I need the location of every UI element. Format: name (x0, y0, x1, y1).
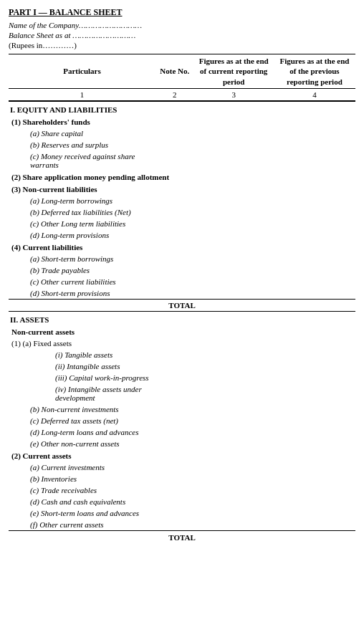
table-row: (b) Reserves and surplus (9, 139, 355, 150)
col-previous-header: Figures as at the end of the previous re… (274, 54, 355, 89)
table-row: (f) Other current assets (9, 519, 355, 531)
table-row: II. ASSETS (9, 311, 355, 325)
table-row: (a) Short-term borrowings (9, 253, 355, 264)
table-row: (b) Trade payables (9, 264, 355, 276)
rupees-label: (Rupees in…………) (9, 41, 355, 49)
table-row: (b) Deferred tax liabilities (Net) (9, 206, 355, 218)
table-row: (c) Deferred tax assets (net) (9, 415, 355, 426)
col-current-header: Figures as at the end of current reporti… (194, 54, 274, 89)
bottom-total-row: TOTAL (9, 530, 355, 543)
table-row: TOTAL (9, 299, 355, 311)
table-row: Non-current assets (9, 325, 355, 338)
balance-sheet-date: Balance Sheet as at ……………………… (9, 31, 355, 39)
table-row: (3) Non-current liabilities (9, 183, 355, 195)
table-row: (d) Long-term loans and advances (9, 426, 355, 438)
table-row: (1) Shareholders' funds (9, 115, 355, 128)
table-row: (iv) Intangible assets under development (9, 383, 355, 403)
col-num-2: 2 (155, 88, 194, 100)
col-particulars-header: Particulars (9, 54, 155, 89)
table-row: (a) Share capital (9, 128, 355, 139)
col-num-3: 3 (194, 88, 274, 100)
table-row: (c) Money received against share warrant… (9, 150, 355, 171)
col-noteno-header: Note No. (155, 54, 194, 89)
col-num-4: 4 (274, 88, 355, 100)
col-num-1: 1 (9, 88, 155, 100)
table-row: (e) Short-term loans and advances (9, 507, 355, 519)
table-row: (ii) Intangible assets (9, 360, 355, 372)
page-title: PART I — BALANCE SHEET (9, 7, 355, 18)
table-row: (e) Other non-current assets (9, 438, 355, 449)
table-row: (b) Non-current investments (9, 403, 355, 415)
table-row: (iii) Capital work-in-progress (9, 372, 355, 383)
table-row: (c) Trade receivables (9, 484, 355, 496)
table-row: (i) Tangible assets (9, 349, 355, 360)
table-row: (2) Share application money pending allo… (9, 171, 355, 183)
table-row: (d) Long-term provisions (9, 229, 355, 241)
table-row: (4) Current liabilities (9, 241, 355, 253)
table-row: (b) Inventories (9, 473, 355, 484)
table-row: (c) Other current liabilities (9, 276, 355, 287)
table-row: (a) Long-term borrowings (9, 195, 355, 206)
table-row: (d) Cash and cash equivalents (9, 496, 355, 507)
column-numbers-row: 1 2 3 4 (9, 88, 355, 100)
table-row: (1) (a) Fixed assets (9, 338, 355, 349)
table-row: (2) Current assets (9, 449, 355, 461)
table-row: (c) Other Long term liabilities (9, 218, 355, 229)
company-name: Name of the Company……………………… (9, 21, 355, 29)
table-row: (d) Short-term provisions (9, 287, 355, 300)
table-row: I. EQUITY AND LIABILITIES (9, 101, 355, 115)
table-row: (a) Current investments (9, 461, 355, 473)
table-header: Particulars Note No. Figures as at the e… (9, 54, 355, 89)
